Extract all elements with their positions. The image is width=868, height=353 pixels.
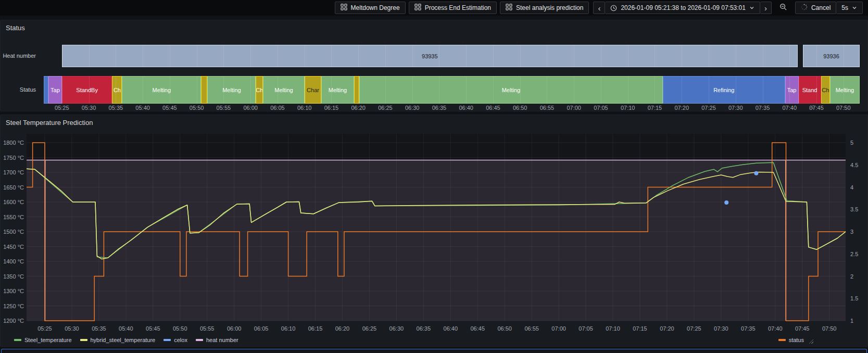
status-segment-label: Ch (256, 87, 263, 93)
x-axis-tick-label: 06:05 (254, 325, 269, 332)
x-axis-tick-label: 06:30 (389, 325, 404, 332)
x-axis-tick-label: 05:35 (109, 105, 123, 111)
zoom-out-button[interactable] (776, 2, 791, 14)
time-range-back-button[interactable]: ‹ (593, 2, 605, 14)
clock-icon (610, 5, 617, 11)
heat-number-segment: 93936 (803, 45, 860, 67)
next-panel-edge[interactable] (1, 349, 867, 353)
spinner-icon (801, 4, 808, 12)
grafana-dashboard: Meltdown DegreeProcess End EstimationSte… (0, 0, 868, 353)
x-axis-tick-label: 07:35 (741, 325, 756, 332)
x-axis-tick-label: 06:35 (432, 105, 447, 111)
x-axis-tick-label: 05:50 (173, 325, 187, 332)
x-axis-tick-label: 07:20 (674, 105, 689, 111)
x-axis-tick-label: 07:05 (594, 105, 608, 111)
chevron-down-icon (852, 5, 857, 10)
y-axis-left-tick-label: 1350 °C (3, 273, 24, 280)
dashboard-link-meltdown-degree[interactable]: Meltdown Degree (335, 2, 406, 14)
heat-number-value: 93935 (422, 53, 438, 59)
x-axis-tick-label: 07:30 (714, 325, 728, 332)
status-segment-charging: Ch (112, 76, 122, 104)
status-segment-melting: Melting (830, 76, 860, 104)
x-axis-tick-label: 06:40 (444, 325, 458, 332)
legend-item-celox[interactable]: celox (163, 337, 187, 343)
x-axis-tick-label: 07:40 (782, 105, 797, 111)
time-picker-group: ‹ 2026-01-09 05:21:38 to 2026-01-09 07:5… (593, 2, 772, 14)
status-segment-tap: Tap (48, 76, 62, 104)
status-segment-label: Stand (802, 87, 817, 93)
x-axis-tick-label: 07:25 (701, 105, 716, 111)
status-timeline[interactable]: TapStandByChMeltingMeltingChMeltingCharM… (44, 76, 860, 104)
x-axis-tick-label: 07:35 (756, 105, 770, 111)
y-axis-left-tick-label: 1300 °C (3, 288, 24, 294)
x-axis-tick-label: 05:25 (55, 105, 69, 111)
legend-label: celox (174, 337, 187, 343)
heat-number-row-label: Heat number (1, 53, 36, 59)
x-axis-tick-label: 06:05 (270, 105, 285, 111)
legend-item-heat-number[interactable]: heat number (196, 337, 238, 343)
cancel-refresh-button[interactable]: Cancel (795, 2, 836, 14)
x-axis-tick-label: 05:40 (119, 325, 133, 332)
x-axis-tick-label: 07:10 (606, 325, 620, 332)
heat-number-timeline[interactable]: 9393593936 (44, 45, 860, 67)
apps-grid-icon (341, 4, 347, 12)
status-segment-label: Tap (51, 87, 60, 93)
refresh-interval-dropdown[interactable]: 5s (836, 2, 863, 14)
x-axis-tick-label: 06:30 (405, 105, 420, 111)
y-axis-right-tick-label: 1.5 (850, 295, 858, 301)
y-axis-left-tick-label: 1550 °C (3, 214, 24, 220)
legend-left: Steel_temperaturehybrid_steel_temperatur… (14, 337, 238, 343)
dashboard-link-label: Meltdown Degree (351, 4, 400, 11)
x-axis-tick-label: 07:40 (768, 325, 783, 332)
x-axis-tick-label: 07:15 (648, 105, 662, 111)
x-axis-tick-label: 07:30 (728, 105, 743, 111)
top-toolbar: Meltdown DegreeProcess End EstimationSte… (0, 0, 868, 16)
status-segment-charging: Ch (821, 76, 830, 104)
x-axis-tick-label: 07:00 (551, 325, 566, 332)
x-axis-tick-label: 05:45 (162, 105, 177, 111)
x-axis-tick-label: 05:25 (37, 325, 52, 332)
celox-data-point (754, 171, 758, 175)
status-segment-label: Melting (153, 87, 171, 93)
x-axis-tick-label: 06:35 (417, 325, 431, 332)
dashboard-link-process-end-estimation[interactable]: Process End Estimation (409, 2, 497, 14)
legend-label: hybrid_steel_temperature (91, 337, 156, 343)
y-axis-right-tick-label: 1 (850, 318, 853, 324)
x-axis-tick-label: 06:50 (497, 325, 512, 332)
status-segment-label: Ch (114, 87, 121, 93)
x-axis-tick-label: 05:55 (217, 105, 231, 111)
y-axis-right-tick-label: 3.5 (850, 206, 858, 212)
y-axis-left-tick-label: 1600 °C (3, 199, 24, 205)
status-segment-melting: Melting (321, 76, 354, 104)
dashboard-link-label: Steel analysis prediction (516, 4, 583, 11)
legend-item-status[interactable]: status (778, 337, 804, 343)
status-panel: Status Heat number Status 9393593936 Tap… (0, 20, 868, 111)
legend-label: Steel_temperature (24, 337, 72, 343)
apps-grid-icon (414, 4, 421, 12)
y-axis-left-tick-label: 1650 °C (3, 184, 24, 191)
legend-label: heat number (206, 337, 238, 343)
x-axis-tick-label: 07:20 (660, 325, 674, 332)
x-axis-tick-label: 07:50 (822, 325, 837, 332)
x-axis-tick-label: 06:45 (470, 325, 485, 332)
status-segment-label: Melting (329, 87, 347, 93)
legend-item-steel_temperature[interactable]: Steel_temperature (14, 337, 72, 343)
x-axis-tick-label: 05:40 (135, 105, 150, 111)
legend-item-hybrid_steel_temperature[interactable]: hybrid_steel_temperature (80, 337, 156, 343)
x-axis-tick-label: 06:25 (362, 325, 377, 332)
x-axis-tick-label: 06:00 (243, 105, 258, 111)
status-segment-label: Ch (822, 87, 829, 93)
time-range-picker-button[interactable]: 2026-01-09 05:21:38 to 2026-01-09 07:53:… (605, 2, 760, 14)
y-axis-right-tick-label: 5 (850, 140, 853, 146)
y-axis-right-tick-label: 2 (850, 273, 853, 280)
dashboard-link-steel-analysis-prediction[interactable]: Steel analysis prediction (500, 2, 589, 14)
x-axis-tick-label: 06:50 (513, 105, 527, 111)
x-axis-tick-label: 05:45 (146, 325, 160, 332)
temperature-chart-canvas[interactable] (1, 115, 868, 347)
status-segment-standby: Stand (799, 76, 821, 104)
status-segment-refining: Refining (663, 76, 785, 104)
status-segment-label: Melting (502, 87, 520, 93)
refresh-interval-value: 5s (841, 4, 848, 11)
x-axis-tick-label: 05:30 (82, 105, 96, 111)
time-range-forward-button[interactable]: › (760, 2, 772, 14)
